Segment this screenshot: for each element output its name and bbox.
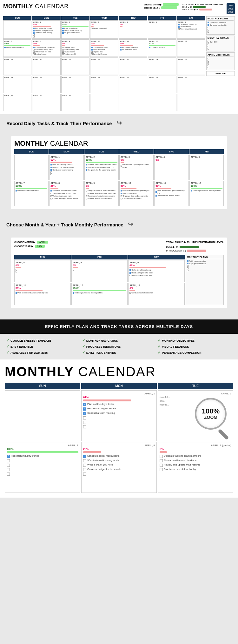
task-line: Organize files [91,51,117,53]
feature-label-6: VISUAL FEEDBACK [162,345,189,348]
arrow-icon: ↪ [116,119,122,126]
week-1: APRIL, 1 67% Plan out the day's tasks Re… [3,20,205,39]
task-line: Create a budget [33,53,59,55]
day-apr27: APRIL, 27 [177,76,205,93]
task-line: Write a thank-you note [33,51,59,53]
monthly-goals-title: MONTHLY GOALS [208,37,234,40]
p-day-apr1: APRIL, 1 67% Plan out the day's tasks Re… [49,155,83,180]
goal-item-1: Save $500 [208,41,234,43]
plan-item-5 [208,31,234,33]
day-apr2: APRIL, 2 100% Practice meditation Explor… [61,20,89,39]
day-apr11: APRIL, 11 50% Plan weekend getaway Volun… [119,39,147,57]
plan-item-3 [208,27,234,28]
task-line: Review resume [62,51,89,53]
feature-4: ✓ EASY EDITABLE [6,345,80,349]
p-day-apr5: APRIL, 5 [189,155,224,180]
p-header-fri: FRI [189,149,224,154]
monthly-plans-title: MONTHLY PLANS [208,17,234,21]
task-line: Attend networking event [178,28,204,30]
c-day-apr6: APRIL, 6 67% Call a friend to catch up R… [128,260,185,282]
feature-2: ✓ MONTHLY NAVIGATION [82,339,156,343]
check-icon-1: ✓ [6,339,9,343]
task-line: Plan weekend getaway [120,46,146,48]
task-line: Update social media [149,46,175,48]
monthly-plans-panel: MONTHLY PLANS Finish home renovation Buy… [206,16,235,35]
header-tue: TUE [61,16,89,20]
chooser-stats: TOTAL TASKS ▶ 29 IMPLEMENTATION LEVEL DO… [166,241,224,252]
day-apr16: APRIL, 16 [61,57,89,75]
plan-item-4 [208,29,234,30]
stat-inprocess-row: IN PROCESS ▶ 16 [166,250,224,252]
c-header-sat: SAT [128,255,185,259]
stat-done-row: DONE ▶ 13 [166,246,224,248]
p-header-thu: THU [154,149,188,154]
day-apr5: APRIL, 5 [148,20,176,39]
z-day-apr9: APRIL, 9 (partial) 0% Delegate tasks to … [158,442,233,493]
task-line: Conduct a team meeting [33,32,59,34]
p-day-apr9: APRIL, 9 0% Delegate tasks to team membe… [84,181,119,206]
birthday-5 [208,67,234,68]
monthly-goals-panel: MONTHLY GOALS Save $500 [206,36,235,51]
task-line: Call a friend to catch up [178,23,204,25]
day-apr24: APRIL, 24 [90,76,118,93]
z-day-empty [5,390,80,441]
week-5: APRIL, 28 APRIL, 29 APRIL, 30 [3,94,205,111]
zoom-week-1: APRIL, 1 67% Plan out the day's tasks Re… [5,390,233,441]
p-day-apr3: APRIL, 3 0% Review and update your caree… [119,155,154,180]
done-bar [193,6,206,8]
birthday-2 [208,60,234,62]
feature-label-8: DAILY TASK ENTRIES [86,351,116,354]
feature-9: ✓ PERCENTAGE COMPLETION [158,351,232,355]
check-icon-7: ✓ [6,351,9,355]
task-line: Research industry trends [4,46,30,48]
section-text-record: Record Daily Tasks & Track Their Perform… [0,114,238,128]
p-day-apr7: APRIL, 7 100% Research industry trends [14,181,49,206]
chooser-calendar: THU FRI SAT APRIL, 4 0% APRIL, 5 [14,255,185,305]
stats-inprocess: IN PROCESS ▶ 16 [182,8,223,10]
header-sun: SUN [3,16,31,20]
c-day-apr13: APRIL, 13 0% Conduct market research [128,283,185,305]
c-day-apr4: APRIL, 4 0% [14,260,71,282]
day-apr17: APRIL, 17 [90,57,118,75]
feature-label-3: MONTHLY OBJECTIVES [162,339,195,342]
goal-item-3 [208,46,234,47]
day-apr6: APRIL, 6 Call a friend to catch up Read … [177,20,205,39]
choose-month-label: CHOOSE MONTH ▶ [144,3,162,6]
day-apr18: APRIL, 18 [119,57,147,75]
task-line: Explore a new area in city [62,30,89,31]
task-line: Volunteer local event [120,49,146,50]
p-header-tue: TUE [84,149,119,154]
c-week-1: APRIL, 4 0% APRIL, 5 0% APRIL, 6 [14,260,185,282]
choose-month-bar[interactable] [163,3,179,6]
task-line: Attend a webinar [91,49,117,50]
c-day-apr11: APRIL, 11 50% Plan a weekend getaway or … [14,283,71,305]
chooser-headers: THU FRI SAT [14,255,185,259]
inprocess-bar [199,9,212,10]
day-empty-4 [148,94,176,111]
header-thu: THU [119,16,147,20]
choose-year-bar[interactable] [161,6,177,9]
check-icon-6: ✓ [158,345,161,349]
feature-label-5: PROGRESS INDICATORS [86,345,121,348]
feature-label-2: MONTHLY NAVIGATION [86,339,118,342]
chooser-left: CHOOSE MONTH ▶ APRIL CHOOSE YEAR ▶ 2024 [14,241,48,252]
day-apr23: APRIL, 23 [61,76,89,93]
record-text: Record Daily Tasks & Track Their Perform… [6,121,112,126]
p-day-apr12: APRIL, 12 100% Update your social media … [189,181,224,206]
task-line: Read a chapter [178,26,204,28]
stats-done: DONE ▶ 13 [182,6,223,8]
section-partial-calendar-wrapper: MONTHLY CALENDAR SUN MON TUE WED THU FRI… [0,128,238,214]
day-apr19: APRIL, 19 [148,57,176,75]
day-apr10: APRIL, 10 50% Brainstorm marketing Atten… [90,39,118,57]
feature-5: ✓ PROGRESS INDICATORS [82,345,156,349]
section-zoom-calendar: MONTHLY CALENDAR SUN MON TUE APRIL, 1 67… [0,359,238,498]
chooser-year-row: CHOOSE YEAR ▶ 2024 [14,245,48,248]
z-day-apr1: APRIL, 1 67% Plan out the day's tasks Re… [81,390,157,441]
z-header-sun: SUN [5,383,80,389]
day-headers: SUN MON TUE WED THU FRI SAT [3,16,205,20]
feature-7: ✓ AVAILABLE FOR 2024-2026 [6,351,80,355]
day-apr21: APRIL, 21 [3,76,31,93]
check-icon-3: ✓ [158,339,161,343]
z-header-mon: MON [81,383,157,389]
zoom-title: MONTHLY CALENDAR [5,364,233,379]
